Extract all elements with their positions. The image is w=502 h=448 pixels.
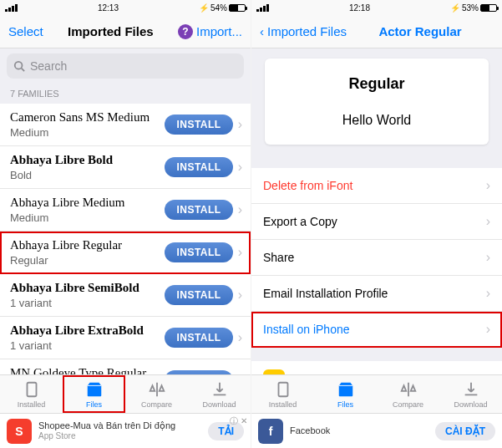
back-button[interactable]: ‹Imported Files — [260, 24, 347, 38]
chevron-right-icon: › — [238, 160, 242, 175]
font-name: Abhaya Libre ExtraBold — [10, 323, 165, 338]
ad-install-button[interactable]: CÀI ĐẶT — [435, 422, 495, 440]
install-button[interactable]: INSTALL — [165, 157, 232, 177]
chevron-right-icon: › — [238, 202, 242, 217]
nav-bar: ‹Imported Files Actor Regular — [251, 15, 502, 48]
action-delete-from-ifont[interactable]: Delete from iFont› — [251, 168, 502, 204]
battery-indicator: ⚡54% — [199, 3, 246, 13]
svg-line-1 — [22, 69, 25, 72]
preview-sample: Hello World — [281, 113, 472, 128]
chevron-right-icon: › — [238, 330, 242, 345]
ad-close-icon[interactable]: ⓘ ✕ — [230, 415, 247, 427]
signal-icon — [5, 4, 18, 12]
install-button[interactable]: INSTALL — [165, 242, 232, 262]
chevron-right-icon: › — [486, 286, 490, 301]
font-name: Cameron Sans MS Medium — [10, 110, 165, 125]
tab-compare[interactable]: Compare — [125, 375, 188, 413]
chevron-right-icon: › — [238, 288, 242, 303]
tab-installed[interactable]: Installed — [251, 375, 314, 413]
tab-label: Installed — [269, 400, 297, 409]
nav-title: Actor Regular — [378, 24, 461, 38]
ad-icon: f — [258, 419, 283, 444]
chevron-right-icon: › — [486, 214, 490, 229]
font-name: Abhaya Libre Regular — [10, 238, 165, 252]
font-sub: 1 variant — [10, 339, 165, 352]
font-row[interactable]: Cameron Sans MS MediumMediumINSTALL› — [0, 104, 251, 146]
install-button[interactable]: INSTALL — [165, 200, 232, 220]
chevron-right-icon: › — [486, 250, 490, 265]
ad-icon: S — [7, 419, 32, 444]
chevron-right-icon: › — [238, 245, 242, 260]
section-header: 7 Families — [0, 84, 251, 104]
ad-banner[interactable]: S Shopee-Mua và Bán trên Di độngApp Stor… — [0, 413, 251, 448]
ad-banner[interactable]: f Facebook CÀI ĐẶT — [251, 413, 502, 448]
tab-label: Compare — [141, 400, 172, 409]
action-email-installation-profile[interactable]: Email Installation Profile› — [251, 276, 502, 312]
battery-indicator: ⚡53% — [450, 3, 497, 13]
nav-bar: Select Imported Files ?Import... — [0, 15, 251, 48]
chevron-right-icon: › — [486, 178, 490, 193]
tab-label: Download — [202, 400, 236, 409]
font-name: Abhaya Libre Medium — [10, 196, 165, 210]
tab-files[interactable]: Files — [314, 375, 377, 413]
font-sub: 1 variant — [10, 297, 165, 309]
install-button[interactable]: INSTALL — [165, 115, 232, 135]
font-sub: Medium — [10, 126, 165, 139]
action-export-a-copy[interactable]: Export a Copy› — [251, 204, 502, 240]
font-row[interactable]: Abhaya Libre SemiBold1 variantINSTALL› — [0, 274, 251, 317]
font-preview-card: Regular Hello World — [265, 59, 489, 145]
tab-compare[interactable]: Compare — [377, 375, 439, 413]
search-input[interactable]: Search — [7, 53, 244, 79]
status-time: 12:13 — [98, 3, 119, 13]
font-sub: Medium — [10, 211, 165, 224]
tab-bar: InstalledFilesCompareDownload — [0, 374, 251, 413]
nav-title: Imported Files — [68, 24, 154, 38]
font-row[interactable]: Abhaya Libre RegularRegularINSTALL› — [0, 232, 251, 274]
tab-label: Download — [454, 400, 487, 409]
chevron-right-icon: › — [486, 322, 490, 337]
signal-icon — [256, 4, 269, 12]
tab-installed[interactable]: Installed — [0, 375, 63, 413]
install-button[interactable]: INSTALL — [165, 328, 232, 348]
tab-download[interactable]: Download — [188, 375, 251, 413]
tab-label: Files — [337, 400, 353, 409]
preview-title: Regular — [281, 75, 472, 93]
font-row[interactable]: Abhaya Libre ExtraBold1 variantINSTALL› — [0, 317, 251, 359]
action-share[interactable]: Share› — [251, 240, 502, 276]
font-sub: Regular — [10, 254, 165, 267]
search-icon — [13, 60, 25, 72]
install-button[interactable]: INSTALL — [165, 285, 232, 305]
chevron-left-icon: ‹ — [260, 24, 264, 38]
question-icon: ? — [178, 24, 193, 39]
tab-label: Compare — [393, 400, 423, 409]
tab-download[interactable]: Download — [439, 375, 502, 413]
font-sub: Bold — [10, 169, 165, 181]
status-bar: 12:18 ⚡53% — [251, 0, 502, 15]
import-button[interactable]: ?Import... — [178, 24, 242, 39]
status-time: 12:18 — [349, 3, 370, 13]
font-row[interactable]: Abhaya Libre MediumMediumINSTALL› — [0, 189, 251, 232]
font-name: Abhaya Libre SemiBold — [10, 281, 165, 295]
svg-rect-2 — [27, 382, 36, 396]
select-button[interactable]: Select — [8, 24, 43, 38]
font-row[interactable]: Abhaya Libre BoldBoldINSTALL› — [0, 146, 251, 189]
tab-label: Installed — [18, 400, 46, 409]
svg-rect-3 — [278, 382, 287, 396]
font-name: Abhaya Libre Bold — [10, 153, 165, 167]
tab-files[interactable]: Files — [63, 375, 125, 413]
tab-label: Files — [86, 400, 102, 409]
action-install-on-iphone[interactable]: Install on iPhone› — [251, 312, 502, 348]
svg-point-0 — [15, 62, 23, 69]
chevron-right-icon: › — [238, 117, 242, 132]
tab-bar: InstalledFilesCompareDownload — [251, 374, 502, 413]
status-bar: 12:13 ⚡54% — [0, 0, 251, 15]
